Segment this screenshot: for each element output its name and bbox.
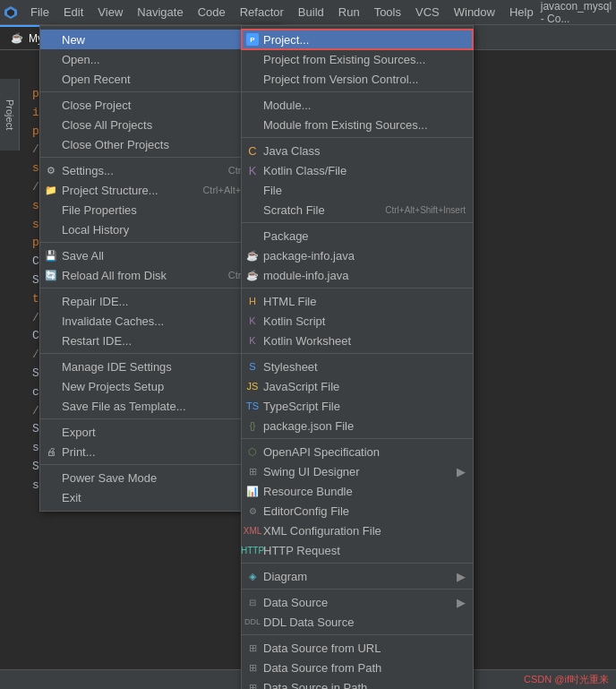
typescript-icon: TS [245, 399, 260, 413]
window-title: javacon_mysql - Co... [541, 0, 616, 25]
project-structure-icon: 📁 [44, 183, 58, 197]
diagram-icon: ◈ [245, 569, 260, 583]
menu-run[interactable]: Run [331, 0, 367, 24]
menu-item-xml-config[interactable]: XML XML Configuration File [242, 521, 473, 540]
menu-item-swing-ui[interactable]: ⊞ Swing UI Designer ▶ [242, 461, 473, 481]
menu-item-java-class[interactable]: C Java Class [242, 141, 473, 160]
menu-item-file[interactable]: File [242, 180, 473, 200]
typescript-label: TypeScript File [263, 400, 466, 413]
menu-navigate[interactable]: Navigate [130, 0, 190, 24]
package-json-icon: {} [245, 418, 260, 433]
new-projects-icon [44, 379, 58, 393]
new-sep-3 [242, 222, 473, 223]
scratch-label: Scratch File [263, 203, 385, 217]
kotlin-worksheet-icon: K [245, 333, 260, 348]
new-sep-4 [242, 288, 473, 289]
file-icon [245, 183, 260, 197]
html-label: HTML File [263, 295, 466, 308]
menu-item-module-existing[interactable]: Module from Existing Sources... [242, 115, 473, 134]
menu-item-typescript[interactable]: TS TypeScript File [242, 396, 473, 416]
exit-icon [44, 490, 58, 504]
menu-item-project[interactable]: P Project... [242, 30, 473, 49]
repair-icon [44, 294, 58, 308]
manage-ide-label: Manage IDE Settings [62, 360, 264, 374]
menu-item-ddl-data-source[interactable]: DDL DDL Data Source [242, 612, 473, 632]
menu-item-scratch[interactable]: Scratch File Ctrl+Alt+Shift+Insert [242, 200, 473, 220]
menu-item-http-request[interactable]: HTTP HTTP Request [242, 540, 473, 560]
module-icon [245, 98, 260, 112]
invalidate-icon [44, 314, 58, 328]
menu-item-diagram[interactable]: ◈ Diagram ▶ [242, 566, 473, 586]
menu-build[interactable]: Build [291, 0, 331, 24]
project-existing-label: Project from Existing Sources... [263, 53, 466, 66]
local-history-label: Local History [62, 223, 264, 237]
local-history-icon [44, 222, 58, 237]
menu-item-module[interactable]: Module... [242, 95, 473, 115]
reload-icon: 🔄 [44, 268, 58, 282]
open-recent-label: Open Recent [62, 73, 264, 86]
menu-view[interactable]: View [90, 0, 130, 24]
java-class-label: Java Class [263, 144, 466, 158]
print-icon: 🖨 [44, 444, 58, 459]
javascript-label: JavaScript File [263, 380, 466, 393]
menu-item-project-vcs[interactable]: Project from Version Control... [242, 69, 473, 89]
menu-item-data-source[interactable]: ⊟ Data Source ▶ [242, 592, 473, 612]
menu-vcs[interactable]: VCS [408, 0, 447, 24]
menu-item-package-info[interactable]: ☕ package-info.java [242, 245, 473, 265]
menu-tools[interactable]: Tools [367, 0, 408, 24]
package-label: Package [263, 229, 466, 243]
open-recent-icon [44, 72, 58, 86]
kotlin-script-label: Kotlin Script [263, 314, 466, 328]
xml-config-label: XML Configuration File [263, 524, 466, 538]
swing-ui-label: Swing UI Designer [263, 465, 457, 478]
data-source-path-label: Data Source from Path [263, 661, 466, 675]
menu-window[interactable]: Window [447, 0, 502, 24]
editorconfig-icon: ⚙ [245, 504, 260, 518]
menu-item-data-source-path[interactable]: ⊞ Data Source from Path [242, 658, 473, 677]
menu-item-stylesheet[interactable]: S Stylesheet [242, 357, 473, 376]
close-project-icon [44, 98, 58, 112]
save-all-label: Save All [62, 249, 245, 263]
menu-item-package-json[interactable]: {} package.json File [242, 416, 473, 435]
diagram-label: Diagram [263, 570, 457, 583]
open-icon [44, 52, 58, 66]
menu-refactor[interactable]: Refactor [233, 0, 291, 24]
new-sep-1 [242, 91, 473, 92]
kotlin-class-icon: K [245, 163, 260, 177]
menu-item-data-source-url[interactable]: ⊞ Data Source from URL [242, 638, 473, 658]
menu-item-module-info[interactable]: ☕ module-info.java [242, 265, 473, 285]
menu-item-javascript[interactable]: JS JavaScript File [242, 376, 473, 396]
data-source-url-icon: ⊞ [245, 641, 260, 655]
new-projects-label: New Projects Setup [62, 380, 264, 393]
menu-file[interactable]: File [23, 0, 56, 24]
xml-config-icon: XML [245, 523, 260, 538]
package-info-label: package-info.java [263, 249, 466, 263]
menu-item-kotlin-class[interactable]: K Kotlin Class/File [242, 160, 473, 180]
diagram-arrow: ▶ [457, 570, 466, 583]
menu-item-kotlin-worksheet[interactable]: K Kotlin Worksheet [242, 331, 473, 350]
http-request-icon: HTTP [245, 543, 260, 557]
package-info-icon: ☕ [245, 248, 260, 263]
file-properties-icon [44, 202, 58, 217]
stylesheet-icon: S [245, 359, 260, 374]
new-sep-9 [242, 634, 473, 635]
scratch-icon [245, 202, 260, 217]
kotlin-script-icon: K [245, 314, 260, 328]
menu-help[interactable]: Help [502, 0, 541, 24]
menu-item-kotlin-script[interactable]: K Kotlin Script [242, 311, 473, 331]
menu-item-project-existing[interactable]: Project from Existing Sources... [242, 49, 473, 69]
new-sep-5 [242, 353, 473, 354]
menu-item-data-source-in-path[interactable]: ⊞ Data Source in Path [242, 677, 473, 689]
http-request-label: HTTP Request [263, 544, 466, 557]
menu-item-package[interactable]: Package [242, 226, 473, 245]
menu-item-resource-bundle[interactable]: 📊 Resource Bundle [242, 481, 473, 501]
file-properties-label: File Properties [62, 203, 264, 217]
module-existing-icon [245, 117, 260, 132]
module-info-icon: ☕ [245, 268, 260, 282]
project-icon: P [245, 32, 260, 47]
menu-edit[interactable]: Edit [56, 0, 90, 24]
menu-code[interactable]: Code [191, 0, 233, 24]
menu-item-html[interactable]: H HTML File [242, 291, 473, 311]
menu-item-editorconfig[interactable]: ⚙ EditorConfig File [242, 501, 473, 521]
menu-item-openapi[interactable]: ⬡ OpenAPI Specification [242, 442, 473, 461]
